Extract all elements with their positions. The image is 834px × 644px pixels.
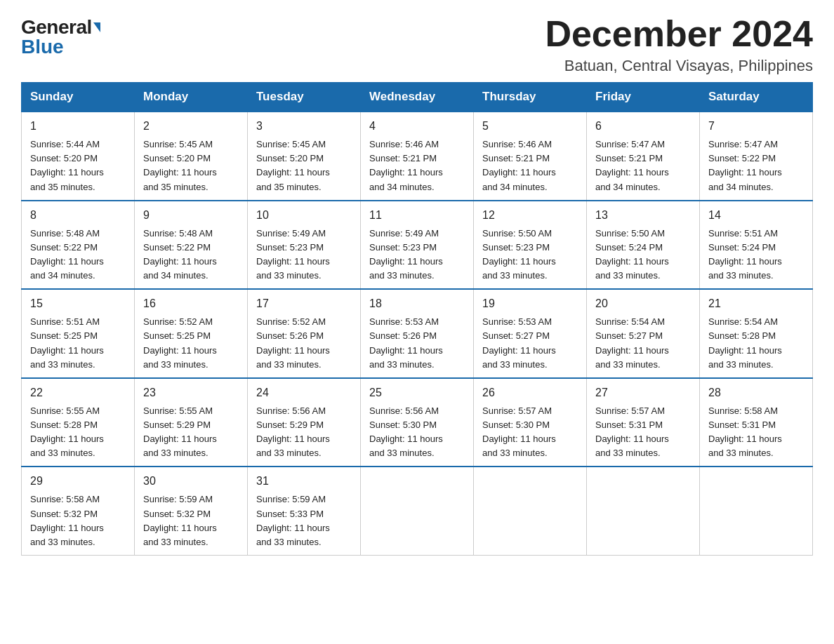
day-number: 25 (369, 384, 465, 401)
calendar-cell: 9 Sunrise: 5:48 AMSunset: 5:22 PMDayligh… (135, 201, 248, 290)
day-number: 8 (30, 207, 126, 224)
day-info: Sunrise: 5:53 AMSunset: 5:26 PMDaylight:… (369, 315, 465, 372)
calendar-cell (361, 467, 474, 555)
day-info: Sunrise: 5:53 AMSunset: 5:27 PMDaylight:… (482, 315, 578, 372)
calendar-week-row: 15 Sunrise: 5:51 AMSunset: 5:25 PMDaylig… (22, 289, 813, 378)
day-info: Sunrise: 5:58 AMSunset: 5:31 PMDaylight:… (708, 404, 804, 461)
day-number: 11 (369, 207, 465, 224)
calendar-cell: 21 Sunrise: 5:54 AMSunset: 5:28 PMDaylig… (700, 289, 813, 378)
day-info: Sunrise: 5:56 AMSunset: 5:29 PMDaylight:… (256, 404, 352, 461)
day-number: 7 (708, 118, 804, 135)
day-info: Sunrise: 5:58 AMSunset: 5:32 PMDaylight:… (30, 492, 126, 549)
calendar-cell: 3 Sunrise: 5:45 AMSunset: 5:20 PMDayligh… (248, 112, 361, 201)
day-number: 13 (595, 207, 691, 224)
calendar-cell: 23 Sunrise: 5:55 AMSunset: 5:29 PMDaylig… (135, 378, 248, 467)
calendar-cell: 22 Sunrise: 5:55 AMSunset: 5:28 PMDaylig… (22, 378, 135, 467)
day-info: Sunrise: 5:59 AMSunset: 5:33 PMDaylight:… (256, 492, 352, 549)
day-info: Sunrise: 5:48 AMSunset: 5:22 PMDaylight:… (30, 227, 126, 283)
calendar-week-row: 8 Sunrise: 5:48 AMSunset: 5:22 PMDayligh… (22, 201, 813, 290)
calendar-cell: 8 Sunrise: 5:48 AMSunset: 5:22 PMDayligh… (22, 201, 135, 290)
day-info: Sunrise: 5:44 AMSunset: 5:20 PMDaylight:… (30, 137, 126, 194)
calendar-cell (474, 467, 587, 555)
day-number: 22 (30, 384, 126, 401)
calendar-cell: 20 Sunrise: 5:54 AMSunset: 5:27 PMDaylig… (587, 289, 700, 378)
calendar-cell: 4 Sunrise: 5:46 AMSunset: 5:21 PMDayligh… (361, 112, 474, 201)
day-info: Sunrise: 5:47 AMSunset: 5:22 PMDaylight:… (708, 137, 804, 194)
day-info: Sunrise: 5:46 AMSunset: 5:21 PMDaylight:… (369, 137, 465, 194)
day-info: Sunrise: 5:55 AMSunset: 5:29 PMDaylight:… (143, 404, 239, 461)
calendar-cell: 10 Sunrise: 5:49 AMSunset: 5:23 PMDaylig… (248, 201, 361, 290)
logo: General Blue (21, 18, 100, 57)
calendar-cell (587, 467, 700, 555)
day-info: Sunrise: 5:45 AMSunset: 5:20 PMDaylight:… (256, 137, 352, 194)
day-info: Sunrise: 5:56 AMSunset: 5:30 PMDaylight:… (369, 404, 465, 461)
day-info: Sunrise: 5:48 AMSunset: 5:22 PMDaylight:… (143, 227, 239, 283)
day-number: 26 (482, 384, 578, 401)
weekday-header-wednesday: Wednesday (361, 83, 474, 112)
day-info: Sunrise: 5:49 AMSunset: 5:23 PMDaylight:… (256, 227, 352, 283)
calendar-cell: 2 Sunrise: 5:45 AMSunset: 5:20 PMDayligh… (135, 112, 248, 201)
day-info: Sunrise: 5:51 AMSunset: 5:25 PMDaylight:… (30, 315, 126, 372)
day-info: Sunrise: 5:47 AMSunset: 5:21 PMDaylight:… (595, 137, 691, 194)
day-info: Sunrise: 5:57 AMSunset: 5:30 PMDaylight:… (482, 404, 578, 461)
day-number: 16 (143, 295, 239, 312)
day-number: 2 (143, 118, 239, 135)
calendar-cell: 11 Sunrise: 5:49 AMSunset: 5:23 PMDaylig… (361, 201, 474, 290)
day-number: 20 (595, 295, 691, 312)
day-info: Sunrise: 5:46 AMSunset: 5:21 PMDaylight:… (482, 137, 578, 194)
weekday-header-friday: Friday (587, 83, 700, 112)
day-number: 9 (143, 207, 239, 224)
calendar-cell: 13 Sunrise: 5:50 AMSunset: 5:24 PMDaylig… (587, 201, 700, 290)
day-number: 30 (143, 473, 239, 490)
calendar-cell: 6 Sunrise: 5:47 AMSunset: 5:21 PMDayligh… (587, 112, 700, 201)
calendar-cell: 29 Sunrise: 5:58 AMSunset: 5:32 PMDaylig… (22, 467, 135, 555)
calendar-week-row: 29 Sunrise: 5:58 AMSunset: 5:32 PMDaylig… (22, 467, 813, 555)
calendar-cell: 27 Sunrise: 5:57 AMSunset: 5:31 PMDaylig… (587, 378, 700, 467)
calendar-cell: 25 Sunrise: 5:56 AMSunset: 5:30 PMDaylig… (361, 378, 474, 467)
day-number: 10 (256, 207, 352, 224)
day-info: Sunrise: 5:51 AMSunset: 5:24 PMDaylight:… (708, 227, 804, 283)
page-header: General Blue December 2024 Batuan, Centr… (21, 14, 813, 75)
weekday-header-tuesday: Tuesday (248, 83, 361, 112)
logo-arrow-icon (93, 22, 100, 32)
day-number: 1 (30, 118, 126, 135)
month-title: December 2024 (545, 14, 813, 54)
day-info: Sunrise: 5:50 AMSunset: 5:24 PMDaylight:… (595, 227, 691, 283)
day-number: 3 (256, 118, 352, 135)
calendar-cell: 19 Sunrise: 5:53 AMSunset: 5:27 PMDaylig… (474, 289, 587, 378)
day-number: 23 (143, 384, 239, 401)
day-number: 4 (369, 118, 465, 135)
day-info: Sunrise: 5:50 AMSunset: 5:23 PMDaylight:… (482, 227, 578, 283)
title-section: December 2024 Batuan, Central Visayas, P… (545, 14, 813, 75)
day-number: 19 (482, 295, 578, 312)
day-info: Sunrise: 5:54 AMSunset: 5:27 PMDaylight:… (595, 315, 691, 372)
day-number: 21 (708, 295, 804, 312)
calendar-week-row: 1 Sunrise: 5:44 AMSunset: 5:20 PMDayligh… (22, 112, 813, 201)
calendar-cell: 24 Sunrise: 5:56 AMSunset: 5:29 PMDaylig… (248, 378, 361, 467)
day-number: 15 (30, 295, 126, 312)
day-number: 6 (595, 118, 691, 135)
day-number: 5 (482, 118, 578, 135)
calendar-cell: 15 Sunrise: 5:51 AMSunset: 5:25 PMDaylig… (22, 289, 135, 378)
calendar-cell: 26 Sunrise: 5:57 AMSunset: 5:30 PMDaylig… (474, 378, 587, 467)
calendar-body: 1 Sunrise: 5:44 AMSunset: 5:20 PMDayligh… (22, 112, 813, 555)
day-number: 29 (30, 473, 126, 490)
day-info: Sunrise: 5:54 AMSunset: 5:28 PMDaylight:… (708, 315, 804, 372)
day-info: Sunrise: 5:52 AMSunset: 5:26 PMDaylight:… (256, 315, 352, 372)
calendar-table: SundayMondayTuesdayWednesdayThursdayFrid… (21, 82, 813, 556)
weekday-header-saturday: Saturday (700, 83, 813, 112)
logo-blue: Blue (21, 37, 64, 57)
day-info: Sunrise: 5:55 AMSunset: 5:28 PMDaylight:… (30, 404, 126, 461)
calendar-cell: 5 Sunrise: 5:46 AMSunset: 5:21 PMDayligh… (474, 112, 587, 201)
day-number: 28 (708, 384, 804, 401)
calendar-cell: 18 Sunrise: 5:53 AMSunset: 5:26 PMDaylig… (361, 289, 474, 378)
calendar-cell: 28 Sunrise: 5:58 AMSunset: 5:31 PMDaylig… (700, 378, 813, 467)
calendar-cell: 12 Sunrise: 5:50 AMSunset: 5:23 PMDaylig… (474, 201, 587, 290)
day-number: 24 (256, 384, 352, 401)
day-info: Sunrise: 5:59 AMSunset: 5:32 PMDaylight:… (143, 492, 239, 549)
day-info: Sunrise: 5:45 AMSunset: 5:20 PMDaylight:… (143, 137, 239, 194)
calendar-cell: 14 Sunrise: 5:51 AMSunset: 5:24 PMDaylig… (700, 201, 813, 290)
day-number: 12 (482, 207, 578, 224)
day-number: 14 (708, 207, 804, 224)
weekday-header-thursday: Thursday (474, 83, 587, 112)
